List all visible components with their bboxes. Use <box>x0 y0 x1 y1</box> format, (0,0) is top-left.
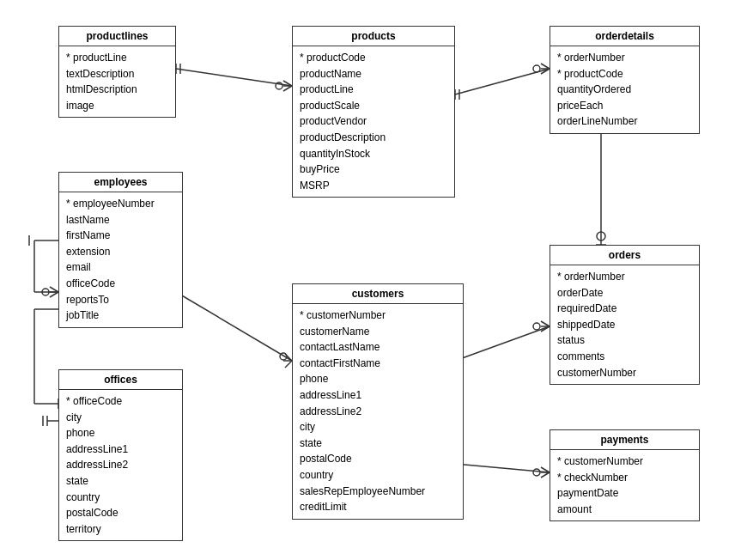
table-header-customers: customers <box>293 284 463 304</box>
table-customers: customers * customerNumber customerName … <box>292 283 464 520</box>
svg-line-21 <box>50 287 58 292</box>
table-header-orders: orders <box>550 246 699 265</box>
svg-line-37 <box>455 326 550 361</box>
table-orderdetails: orderdetails * orderNumber * productCode… <box>550 26 700 134</box>
svg-point-43 <box>533 323 540 330</box>
svg-line-7 <box>455 69 550 94</box>
svg-line-42 <box>541 326 550 332</box>
table-fields-products: * productCode productName productLine pr… <box>293 46 454 197</box>
svg-line-44 <box>455 464 550 472</box>
table-employees: employees * employeeNumber lastName firs… <box>58 172 183 328</box>
table-header-orderdetails: orderdetails <box>550 27 699 46</box>
table-offices: offices * officeCode city phone addressL… <box>58 369 183 541</box>
svg-line-31 <box>176 292 292 361</box>
table-products: products * productCode productName produ… <box>292 26 455 198</box>
svg-line-12 <box>541 69 550 74</box>
table-fields-customers: * customerNumber customerName contactLas… <box>293 304 463 519</box>
svg-line-10 <box>541 64 550 69</box>
svg-line-3 <box>283 81 292 86</box>
svg-line-5 <box>283 86 292 91</box>
table-header-products: products <box>293 27 454 46</box>
svg-line-0 <box>176 69 292 86</box>
svg-point-50 <box>533 469 540 476</box>
table-orders: orders * orderNumber orderDate requiredD… <box>550 245 700 385</box>
table-fields-employees: * employeeNumber lastName firstName exte… <box>59 192 182 327</box>
svg-point-6 <box>276 82 282 89</box>
svg-line-40 <box>541 321 550 326</box>
svg-line-47 <box>541 467 550 472</box>
table-header-payments: payments <box>550 430 699 450</box>
er-diagram: productlines * productLine textDescripti… <box>0 0 753 560</box>
svg-line-35 <box>285 361 292 368</box>
table-header-employees: employees <box>59 173 182 192</box>
table-header-offices: offices <box>59 370 182 390</box>
svg-point-13 <box>533 65 540 72</box>
svg-line-23 <box>50 292 58 297</box>
table-fields-productlines: * productLine textDescription htmlDescri… <box>59 46 175 117</box>
table-fields-orderdetails: * orderNumber * productCode quantityOrde… <box>550 46 699 133</box>
table-payments: payments * customerNumber * checkNumber … <box>550 429 700 521</box>
svg-point-16 <box>597 232 605 240</box>
svg-point-24 <box>42 289 49 295</box>
table-header-productlines: productlines <box>59 27 175 46</box>
svg-line-33 <box>285 354 292 361</box>
table-fields-payments: * customerNumber * checkNumber paymentDa… <box>550 450 699 520</box>
table-fields-orders: * orderNumber orderDate requiredDate shi… <box>550 265 699 384</box>
table-productlines: productlines * productLine textDescripti… <box>58 26 176 118</box>
svg-line-49 <box>541 472 550 478</box>
svg-point-32 <box>280 353 287 360</box>
table-fields-offices: * officeCode city phone addressLine1 add… <box>59 390 182 540</box>
